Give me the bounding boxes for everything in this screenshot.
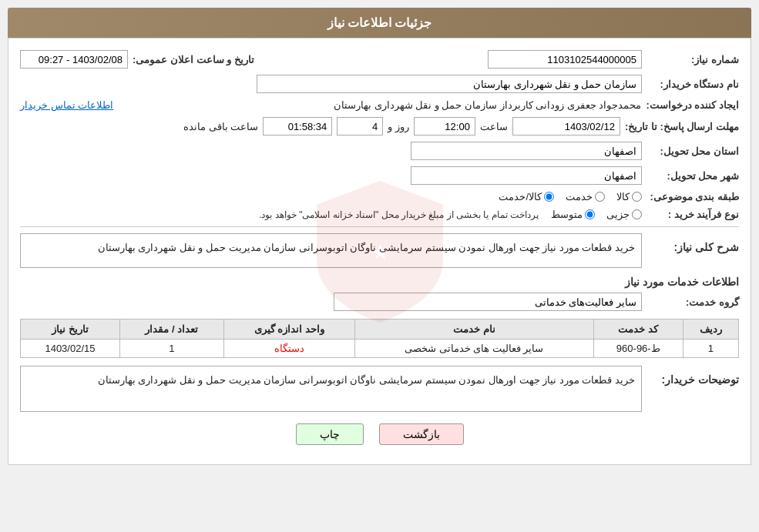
category-khedmat-radio[interactable] — [595, 192, 605, 202]
category-row: طبقه بندی موضوعی: کالا خدمت کالا/خدمت — [20, 191, 739, 202]
need-number-row: شماره نیاز: تاریخ و ساعت اعلان عمومی: — [20, 50, 739, 69]
purchase-type-jozi-radio[interactable] — [632, 209, 642, 219]
category-radio-group: کالا خدمت کالا/خدمت — [499, 191, 642, 202]
purchase-type-note: پرداخت تمام یا بخشی از مبلغ خریدار محل "… — [259, 209, 539, 220]
table-row: 1 ط-96-960 سایر فعالیت های خدماتی شخصی د… — [21, 340, 739, 358]
delivery-province-input — [411, 142, 642, 160]
deadline-remaining-input — [263, 117, 332, 136]
delivery-province-row: استان محل تحویل: — [20, 142, 739, 160]
purchase-type-motevaset[interactable]: متوسط — [551, 209, 595, 220]
cell-service-code: ط-96-960 — [593, 340, 683, 358]
col-unit: واحد اندازه گیری — [223, 320, 354, 340]
service-group-input — [334, 293, 642, 311]
announce-date-label: تاریخ و ساعت اعلان عمومی: — [133, 54, 254, 65]
buyer-org-input — [257, 75, 642, 93]
buyer-desc-box: خرید قطعات مورد نیاز جهت اورهال نمودن سی… — [20, 366, 642, 412]
category-label: طبقه بندی موضوعی: — [646, 191, 739, 202]
col-row-num: ردیف — [683, 320, 738, 340]
cell-date: 1403/02/15 — [21, 340, 120, 358]
need-description-box: خرید قطعات مورد نیاز جهت اورهال نمودن سی… — [20, 233, 642, 268]
deadline-time-input — [414, 117, 475, 136]
back-button[interactable]: بازگشت — [379, 423, 464, 445]
category-khedmat[interactable]: خدمت — [566, 191, 605, 202]
category-kala-khedmat-radio[interactable] — [544, 192, 554, 202]
cell-row-num: 1 — [683, 340, 738, 358]
deadline-date-input — [512, 117, 620, 136]
deadline-days-input — [337, 117, 383, 136]
purchase-type-radio-group: جزیی متوسط — [551, 209, 642, 220]
category-kala-radio[interactable] — [632, 192, 642, 202]
service-group-row: گروه خدمت: — [20, 293, 739, 311]
deadline-time-label: ساعت — [480, 121, 508, 132]
buyer-desc-row: توضیحات خریدار: خرید قطعات مورد نیاز جهت… — [20, 366, 739, 412]
purchase-type-row: نوع فرآیند خرید : جزیی متوسط پرداخت تمام… — [20, 209, 739, 220]
requester-link[interactable]: اطلاعات تماس خریدار — [20, 99, 113, 111]
buyer-desc-label: توضیحات خریدار: — [646, 373, 739, 386]
page-title: جزئیات اطلاعات نیاز — [8, 8, 751, 38]
col-service-code: کد خدمت — [593, 320, 683, 340]
purchase-type-motevaset-radio[interactable] — [585, 209, 595, 219]
delivery-city-label: شهر محل تحویل: — [646, 170, 739, 182]
services-table-section: ردیف کد خدمت نام خدمت واحد اندازه گیری ت… — [20, 319, 739, 358]
delivery-province-label: استان محل تحویل: — [646, 146, 739, 157]
cell-unit: دستگاه — [223, 340, 354, 358]
need-number-label: شماره نیاز: — [646, 54, 739, 65]
print-button[interactable]: چاپ — [296, 423, 364, 445]
deadline-remaining-label: ساعت باقی مانده — [183, 121, 258, 132]
services-title: اطلاعات خدمات مورد نیاز — [20, 276, 739, 288]
purchase-type-label: نوع فرآیند خرید : — [646, 209, 739, 220]
need-description-row: شرح کلی نیاز: خرید قطعات مورد نیاز جهت ا… — [20, 233, 739, 268]
service-group-label: گروه خدمت: — [646, 296, 739, 308]
col-service-name: نام خدمت — [354, 320, 593, 340]
deadline-days-label: روز و — [388, 121, 409, 132]
buyer-org-label: نام دستگاه خریدار: — [646, 79, 739, 90]
requester-value: محمدجواد جعفری زودانی کاربرداز سازمان حم… — [334, 99, 642, 111]
requester-row: ایجاد کننده درخواست: محمدجواد جعفری زودا… — [20, 99, 739, 111]
delivery-city-input — [411, 166, 642, 185]
category-kala-khedmat[interactable]: کالا/خدمت — [499, 191, 554, 202]
deadline-row: مهلت ارسال پاسخ: تا تاریخ: ساعت روز و سا… — [20, 117, 739, 136]
requester-label: ایجاد کننده درخواست: — [646, 99, 739, 111]
cell-service-name: سایر فعالیت های خدماتی شخصی — [354, 340, 593, 358]
purchase-type-jozi[interactable]: جزیی — [606, 209, 642, 220]
buyer-org-row: نام دستگاه خریدار: — [20, 75, 739, 93]
deadline-label: مهلت ارسال پاسخ: تا تاریخ: — [625, 121, 739, 132]
announce-date-input — [20, 50, 128, 69]
bottom-buttons: بازگشت چاپ — [20, 423, 739, 453]
col-date: تاریخ نیاز — [21, 320, 120, 340]
category-kala[interactable]: کالا — [616, 191, 642, 202]
cell-qty: 1 — [119, 340, 223, 358]
services-table: ردیف کد خدمت نام خدمت واحد اندازه گیری ت… — [20, 319, 739, 358]
delivery-city-row: شهر محل تحویل: — [20, 166, 739, 185]
col-qty: تعداد / مقدار — [119, 320, 223, 340]
need-number-input — [488, 50, 642, 69]
need-description-label: شرح کلی نیاز: — [646, 241, 739, 253]
